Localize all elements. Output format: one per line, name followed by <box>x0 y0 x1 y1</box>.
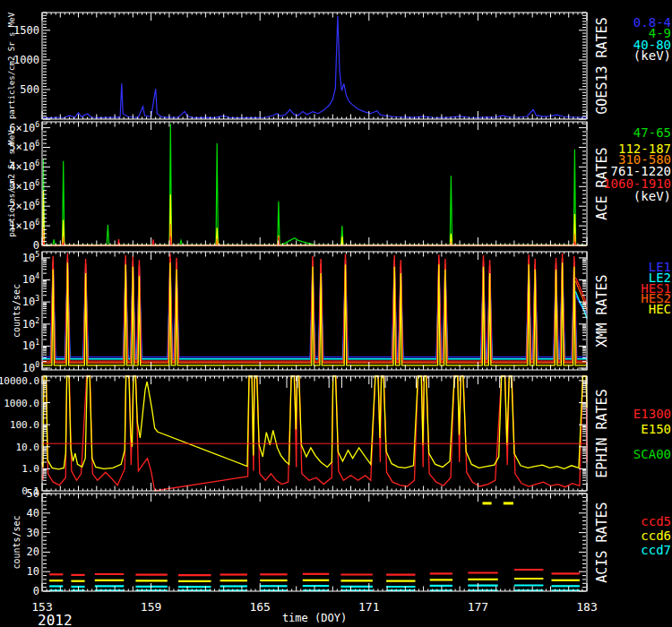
y-tick-label-xmm: 100 <box>22 361 39 374</box>
y-axis-label-goes13: particles/cm2 Sr s MeV <box>7 12 16 119</box>
y-axis-label-xmm: counts/sec <box>12 284 22 338</box>
x-tick-label: 177 <box>468 600 488 614</box>
series-xmm-HES1-tail <box>575 278 587 305</box>
y-tick-label-xmm: 104 <box>22 272 39 286</box>
panel-ace: 01×1062×1063×1064×1065×1066×106particles… <box>7 121 671 252</box>
y-tick-label-ephin: 1000.0 <box>4 398 39 409</box>
legend-ephin-SCA00: SCA00 <box>633 447 671 461</box>
y-tick-label-ephin: 1.0 <box>22 463 39 475</box>
y-tick-label-acis: 0 <box>33 585 39 597</box>
panel-goes13: 50010001500particles/cm2 Sr s MeVGOES13 … <box>7 12 671 119</box>
y-tick-label-ephin: 10000.0 <box>0 375 39 387</box>
panel-title-xmm: XMM RATES <box>594 274 610 347</box>
y-tick-label-xmm: 105 <box>22 251 39 264</box>
legend-ace-(keV): (keV) <box>633 189 671 203</box>
legend-acis-ccd6: ccd6 <box>641 528 671 543</box>
panel-title-goes13: GOES13 RATES <box>594 17 610 114</box>
y-tick-label-ephin: 100.0 <box>10 419 39 431</box>
y-tick-label-ephin: 10.0 <box>16 442 40 453</box>
x-tick-label: 183 <box>576 600 597 614</box>
series-ace-112-187 <box>42 191 587 245</box>
x-axis-label: time (DOY) <box>282 612 347 624</box>
panel-frame-goes13 <box>42 13 587 119</box>
x-tick-label: 159 <box>141 600 161 614</box>
rates-chart-canvas: 50010001500particles/cm2 Sr s MeVGOES13 … <box>0 0 672 627</box>
y-tick-label-goes13: 1500 <box>13 24 39 37</box>
y-tick-label-goes13: 1000 <box>13 54 39 66</box>
legend-goes13-(keV): (keV) <box>633 48 671 63</box>
series-ace-47-65-hump <box>281 238 315 245</box>
panel-acis: 01020304050counts/secACIS RATESccd5ccd6c… <box>12 487 671 597</box>
series-ephin-E150 <box>42 376 587 469</box>
legend-acis-ccd7: ccd7 <box>641 543 671 557</box>
legend-acis-ccd5: ccd5 <box>641 514 671 528</box>
panel-frame-ace <box>42 122 587 245</box>
panel-title-ephin: EPHIN RATES <box>594 389 610 477</box>
y-tick-label-acis: 50 <box>27 487 39 500</box>
year-label: 2012 <box>38 612 73 627</box>
panel-frame-acis <box>42 494 587 591</box>
y-tick-label-xmm: 103 <box>22 295 39 308</box>
legend-ephin-E150: E150 <box>641 422 671 436</box>
y-axis-label-acis: counts/sec <box>12 515 22 569</box>
panel-title-acis: ACIS RATES <box>594 502 610 582</box>
radiation-rates-plot: 50010001500particles/cm2 Sr s MeVGOES13 … <box>0 0 672 627</box>
panel-xmm: 100101102103104105counts/secXMM RATESLE1… <box>12 251 671 374</box>
y-tick-label-acis: 30 <box>27 527 39 539</box>
y-axis-label-ace: particles/cm2 Sr s MeV <box>7 130 16 237</box>
x-tick-label: 165 <box>249 600 270 614</box>
y-tick-label-goes13: 500 <box>20 83 39 96</box>
y-tick-label-acis: 10 <box>27 565 39 578</box>
y-tick-label-xmm: 102 <box>22 317 39 331</box>
series-ace-47-65 <box>42 124 587 245</box>
panel-ephin: 10000.01000.0100.010.01.00.1EPHIN RATESE… <box>0 375 671 497</box>
legend-ephin-E1300: E1300 <box>633 407 671 421</box>
x-tick-label: 171 <box>358 600 379 614</box>
legend-xmm-HEC: HEC <box>649 302 671 316</box>
y-tick-label-acis: 40 <box>27 507 39 520</box>
y-tick-label-acis: 20 <box>27 545 39 558</box>
y-tick-label-xmm: 101 <box>22 339 39 352</box>
legend-ace-47-65: 47-65 <box>633 125 671 140</box>
series-goes13-0.8-4 <box>42 16 587 118</box>
